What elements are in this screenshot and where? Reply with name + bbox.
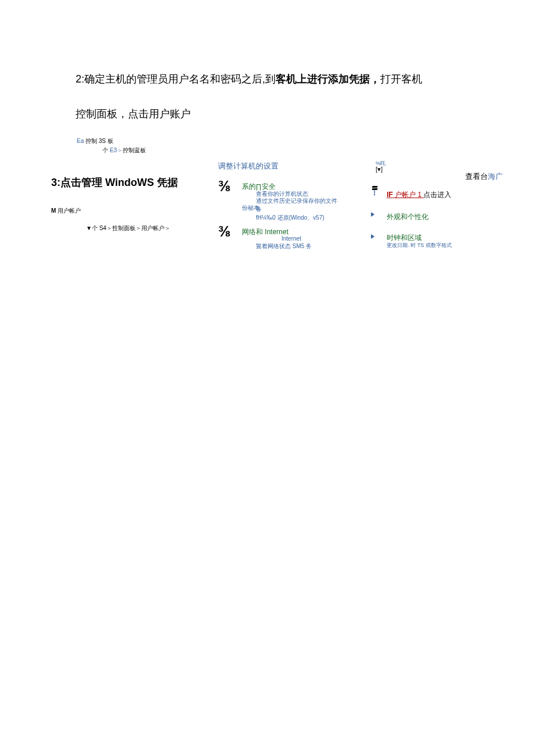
view-mode-dropdown-icon[interactable]: [▾]	[376, 166, 383, 173]
view-label: 查看台海广	[465, 171, 503, 182]
breadcrumb-2-prefix: 个	[102, 147, 110, 153]
fraction-icon-2: ⅜	[218, 223, 231, 241]
step-3-heading: 3:点击管理 WindoWS 凭据	[51, 175, 535, 189]
user-accounts-mid: 户帐户 1	[393, 191, 424, 199]
system-link-history[interactable]: 通过文件历史记录保存你的文件备	[256, 197, 337, 213]
appearance-title[interactable]: 外观和个性化	[387, 212, 429, 222]
breadcrumb-3[interactable]: ▼个 S4＞拄制面板＞用户帐户＞	[86, 224, 535, 232]
clock-arrow-icon	[371, 234, 374, 239]
step-2-bold: 客机上进行添加凭据，	[276, 73, 380, 85]
adjust-settings-title: 调整计算机的设置	[218, 161, 279, 171]
system-link-restore[interactable]: fH¼‰0 还原(Windo、v57)	[256, 214, 324, 222]
user-accounts-link[interactable]: IF 户帐户 1 点击进入	[387, 190, 451, 200]
fraction-icon-1: ⅜	[218, 177, 231, 195]
step-2-line2: 控制面板，点击用户账户	[76, 107, 535, 121]
user-accounts-suffix: 点击进入	[423, 190, 451, 200]
breadcrumb-1-rest: 控制 3S 板	[84, 138, 113, 144]
view-label-link[interactable]: 海广	[488, 172, 503, 181]
breadcrumb-2: 个 E3＞控制蓝板	[102, 146, 535, 155]
view-label-pre: 查看台	[465, 172, 488, 181]
m-prefix: M	[51, 207, 58, 214]
m-rest: 用户帐户	[58, 207, 81, 214]
clock-sublink[interactable]: 更改日期. 时 TS 或数字格式	[387, 242, 452, 249]
user-accounts-if: IF	[387, 191, 393, 199]
breadcrumb-2-link[interactable]: E3＞	[110, 147, 123, 153]
step-2-heading: 2:确定主机的管理员用户名名和密码之后,到客机上进行添加凭据，打开客机	[76, 70, 454, 88]
user-accounts-icon	[372, 186, 378, 199]
network-link-internet[interactable]: Internet	[281, 235, 301, 243]
system-link-backup[interactable]: 份秘本	[242, 204, 259, 212]
step-2-prefix: 2:确定主机的管理员用户名名和密码之后,到	[76, 73, 276, 85]
step-2-suffix: 打开客机	[380, 73, 422, 85]
appearance-arrow-icon	[371, 212, 374, 217]
breadcrumb-1-ea: Ea	[77, 138, 84, 144]
breadcrumb-2-rest: 控制蓝板	[123, 147, 146, 153]
network-link-status[interactable]: 鬟着网络状态 SM5 务	[256, 242, 312, 250]
breadcrumb-1: Ea 控制 3S 板	[77, 137, 535, 145]
